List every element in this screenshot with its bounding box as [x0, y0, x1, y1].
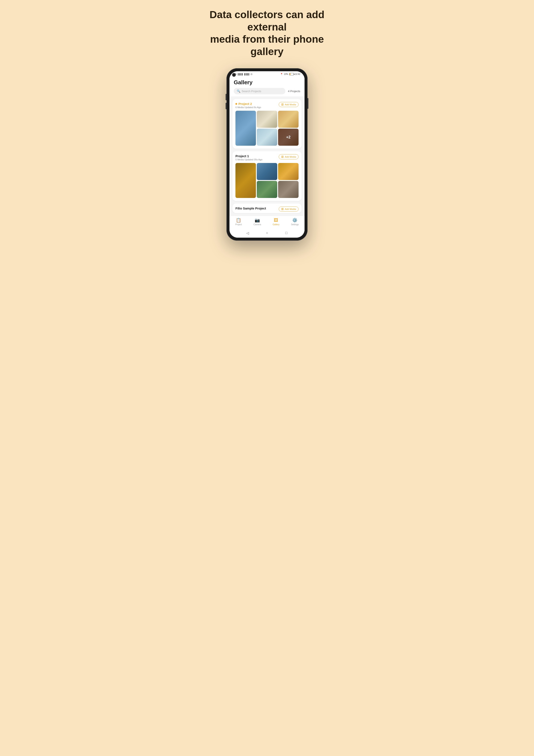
add-media-icon-project1: 🖼: [281, 155, 284, 158]
image-cell-p2-2[interactable]: [257, 111, 277, 128]
img-construction-aerial: [235, 163, 256, 198]
camera-lens: [233, 74, 235, 76]
battery-percent: 13%: [284, 73, 288, 75]
card-header-project2: Project 2 6 Media Updated 8s Ago 🖼 Add M…: [235, 102, 299, 109]
project-nav-icon: 📋: [236, 218, 241, 223]
settings-nav-label: Settings: [291, 223, 299, 226]
card-title-filio: Filio Sample Project: [235, 206, 266, 210]
card-header-filio: Filio Sample Project 🖼 Add Media: [235, 206, 299, 212]
active-dot-project2: [235, 103, 237, 105]
add-media-label-project1: Add Media: [285, 155, 296, 158]
image-cell-p2-5[interactable]: +2: [278, 129, 299, 146]
search-row: 🔍 Search Projects 4 Projects: [234, 88, 300, 94]
img-workers-1: [257, 163, 277, 180]
gallery-nav-label: Gallery: [273, 223, 280, 226]
add-media-label-project2: Add Media: [285, 103, 296, 106]
status-icons: ⊡: [251, 73, 252, 75]
volume-up-button: [226, 94, 227, 100]
nav-item-project[interactable]: 📋 Project: [235, 218, 242, 226]
bottom-nav: 📋 Project 📷 Camera 🖼 Gallery ⚙️ Settings: [229, 216, 305, 228]
card-meta-project1: 5 Media Updated 35s Ago: [235, 158, 262, 161]
image-cell-p1-5[interactable]: [278, 181, 299, 198]
app-title: Gallery: [234, 79, 300, 86]
card-title-project2: Project 2: [235, 102, 261, 106]
card-info-project1: Project 1 5 Media Updated 35s Ago: [235, 154, 262, 161]
image-grid-project1: [235, 163, 299, 198]
project-card-filio: Filio Sample Project 🖼 Add Media: [232, 203, 302, 213]
battery-icon: [289, 73, 294, 75]
volume-down-button: [226, 103, 227, 109]
add-media-icon-filio: 🖼: [281, 208, 284, 210]
battery-fill: [290, 73, 290, 75]
card-header-project1: Project 1 5 Media Updated 35s Ago 🖼 Add …: [235, 154, 299, 161]
card-meta-project2: 6 Media Updated 8s Ago: [235, 106, 261, 109]
image-cell-p2-3[interactable]: [278, 111, 299, 128]
nav-item-settings[interactable]: ⚙️ Settings: [291, 218, 299, 226]
phone-mockup: 3G ▐▐▐▐ ▐▐▐▐ ⊡ 📍 13% 12:42 Gallery: [227, 68, 307, 241]
img-crane: [278, 163, 299, 180]
nav-item-gallery[interactable]: 🖼 Gallery: [273, 218, 280, 226]
card-title-project1: Project 1: [235, 154, 262, 158]
signal-bars-2: ▐▐▐▐: [244, 73, 249, 75]
gallery-nav-icon: 🖼: [274, 218, 278, 223]
power-button: [307, 98, 308, 109]
image-cell-p2-1[interactable]: [235, 111, 256, 146]
img-workers-2: [257, 181, 277, 198]
status-left: 3G ▐▐▐▐ ▐▐▐▐ ⊡: [234, 73, 252, 75]
app-header: Gallery 🔍 Search Projects 4 Projects: [229, 76, 305, 96]
status-right: 📍 13% 12:42: [280, 73, 300, 75]
img-interior-1: [257, 111, 277, 128]
android-recent-button[interactable]: □: [284, 230, 289, 235]
image-cell-p2-4[interactable]: [257, 129, 277, 146]
image-cell-p1-3[interactable]: [278, 163, 299, 180]
android-home-button[interactable]: ○: [264, 230, 270, 235]
add-media-icon-project2: 🖼: [281, 103, 284, 106]
page-headline: Data collectors can add external media f…: [203, 9, 331, 58]
image-cell-p1-2[interactable]: [257, 163, 277, 180]
phone-screen: 3G ▐▐▐▐ ▐▐▐▐ ⊡ 📍 13% 12:42 Gallery: [229, 71, 305, 238]
add-media-button-project1[interactable]: 🖼 Add Media: [279, 154, 299, 159]
search-input-placeholder: Search Projects: [242, 90, 261, 93]
add-media-label-filio: Add Media: [285, 208, 296, 210]
project-card-project1: Project 1 5 Media Updated 35s Ago 🖼 Add …: [232, 151, 302, 201]
camera-nav-label: Camera: [254, 223, 261, 226]
project-list[interactable]: Project 2 6 Media Updated 8s Ago 🖼 Add M…: [229, 96, 305, 216]
settings-nav-icon: ⚙️: [292, 218, 298, 223]
search-icon: 🔍: [237, 89, 240, 93]
clock: 12:42: [295, 73, 300, 75]
image-grid-project2: +2: [235, 111, 299, 146]
img-house-exterior: [235, 111, 256, 146]
img-building: [278, 181, 299, 198]
nav-item-camera[interactable]: 📷 Camera: [254, 218, 261, 226]
android-back-button[interactable]: ◁: [245, 230, 250, 235]
image-cell-p1-4[interactable]: [257, 181, 277, 198]
img-interior-2: [278, 111, 299, 128]
img-interior-3: [257, 129, 277, 146]
project-card-project2: Project 2 6 Media Updated 8s Ago 🖼 Add M…: [232, 99, 302, 149]
app-content: Gallery 🔍 Search Projects 4 Projects: [229, 76, 305, 238]
image-overflow-count-project2[interactable]: +2: [278, 129, 299, 146]
project-nav-label: Project: [235, 223, 242, 226]
add-media-button-project2[interactable]: 🖼 Add Media: [279, 102, 299, 107]
status-bar: 3G ▐▐▐▐ ▐▐▐▐ ⊡ 📍 13% 12:42: [229, 71, 305, 76]
projects-count: 4 Projects: [288, 90, 300, 93]
add-media-button-filio[interactable]: 🖼 Add Media: [279, 206, 299, 212]
card-info-filio: Filio Sample Project: [235, 206, 266, 210]
signal-bars: ▐▐▐▐: [237, 73, 243, 75]
location-icon: 📍: [280, 73, 283, 75]
project1-name: Project 1: [235, 154, 249, 158]
android-nav-bar: ◁ ○ □: [229, 228, 305, 238]
card-info-project2: Project 2 6 Media Updated 8s Ago: [235, 102, 261, 109]
image-cell-p1-1[interactable]: [235, 163, 256, 198]
filio-project-name: Filio Sample Project: [235, 206, 266, 210]
project2-name: Project 2: [238, 102, 252, 106]
camera-nav-icon: 📷: [254, 218, 260, 223]
search-bar[interactable]: 🔍 Search Projects: [234, 88, 285, 94]
